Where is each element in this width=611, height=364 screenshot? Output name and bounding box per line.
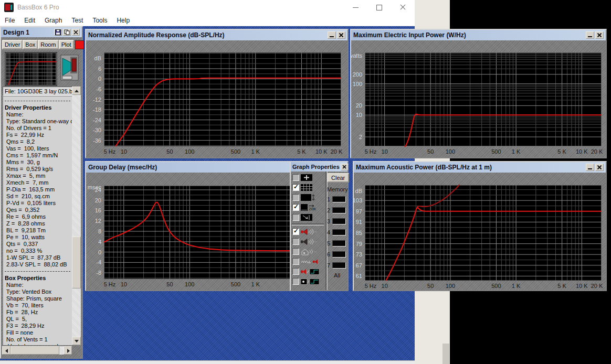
memory-all-label[interactable]: All: [327, 272, 347, 279]
svg-text:61: 61: [356, 273, 362, 279]
tab-room[interactable]: Room: [38, 40, 58, 49]
scroll-down-button[interactable]: [72, 337, 81, 345]
vertical-scrollbar[interactable]: [72, 87, 81, 345]
minimize-button[interactable]: [344, 0, 367, 15]
checkbox-frequency-range-20k[interactable]: [292, 204, 299, 211]
checkbox-vent-signal[interactable]: [292, 278, 299, 285]
svg-text:67: 67: [356, 262, 362, 269]
memory-slot-4-swatch[interactable]: [332, 229, 346, 235]
svg-text:6: 6: [98, 66, 101, 72]
speaker-cutaway-icon: [60, 52, 81, 85]
window-normalized-amplitude: Normalized Amplitude Response (dB-SPL/Hz…: [85, 29, 349, 158]
menu-item-help[interactable]: Help: [112, 17, 134, 24]
memory-row: 2: [327, 205, 347, 216]
close-button[interactable]: [337, 31, 345, 39]
checkbox-room-response[interactable]: [292, 248, 299, 255]
window-max-electric-input-power: Maximum Electric Input Power (W/Hz) 2001…: [350, 29, 607, 158]
minimize-icon: [588, 168, 592, 169]
chart-max-electric-input-power[interactable]: 20010020102watts5 Hz10501005001 K5 K10 K…: [351, 40, 606, 157]
svg-text:500: 500: [231, 148, 240, 155]
close-button[interactable]: [391, 0, 415, 15]
memory-slot-6-swatch[interactable]: [332, 251, 346, 258]
checkbox-amplitude-scale[interactable]: [292, 194, 299, 201]
minimize-button[interactable]: [586, 31, 594, 39]
app-titlebar[interactable]: BassBox 6 Pro: [0, 0, 415, 15]
checkbox-filter-network[interactable]: [292, 258, 299, 265]
save-button[interactable]: [54, 29, 62, 36]
tab-driver[interactable]: Driver: [2, 40, 23, 49]
svg-text:5 Hz: 5 Hz: [104, 281, 116, 287]
copy-button[interactable]: [63, 29, 71, 36]
window-titlebar[interactable]: Maximum Acoustic Power (dB-SPL/Hz at 1 m…: [354, 162, 606, 173]
minimize-button[interactable]: [586, 164, 594, 171]
menu-item-test[interactable]: Test: [67, 17, 88, 24]
svg-text:dB: dB: [94, 55, 101, 61]
scroll-left-button[interactable]: [2, 346, 10, 355]
tab-plot[interactable]: Plot: [59, 40, 74, 49]
property-line: Qts = 0,337: [5, 241, 73, 248]
graph-properties-body: 20K Clear Memory 1234567 All: [291, 172, 347, 290]
clear-button[interactable]: Clear: [327, 173, 349, 183]
svg-text:-6: -6: [96, 86, 101, 92]
maximize-button[interactable]: [367, 0, 391, 15]
panel-close-button[interactable]: [72, 29, 80, 36]
menu-item-tools[interactable]: Tools: [88, 17, 112, 24]
graph-option-row: [291, 276, 324, 286]
memory-slot-7-swatch[interactable]: [332, 262, 346, 269]
property-line: Name:: [5, 111, 73, 118]
minimize-button[interactable]: [328, 31, 336, 39]
property-line: Fb = 28, Hz: [5, 309, 73, 316]
checkbox-auto-scale[interactable]: [292, 214, 299, 221]
property-line: No. of Drivers = 1: [5, 125, 73, 132]
window-titlebar[interactable]: Maximum Electric Input Power (W/Hz): [351, 30, 606, 40]
svg-text:200: 200: [353, 71, 362, 78]
tab-box[interactable]: Box: [23, 40, 38, 49]
plot-preview-thumbnail[interactable]: [5, 52, 57, 86]
scrollbar-thumb[interactable]: [10, 346, 59, 355]
memory-slot-5-swatch[interactable]: [332, 240, 346, 247]
svg-text:20: 20: [95, 197, 101, 204]
chart-normalized-amplitude[interactable]: 60-6-12-18-24-30-36dB5 Hz10501005001 K5 …: [86, 40, 347, 157]
property-line: Vb = 70, liters: [5, 302, 73, 309]
property-line: Cms = 1,597 mm/N: [5, 152, 73, 159]
menu-item-file[interactable]: File: [0, 17, 19, 24]
plot-color-swatch[interactable]: [75, 40, 84, 49]
design-panel-titlebar[interactable]: Design 1: [1, 27, 82, 37]
scroll-right-button[interactable]: [64, 346, 72, 355]
horizontal-scrollbar[interactable]: [2, 346, 72, 355]
design-tabs: Driver Box Room Plot: [2, 38, 81, 51]
svg-text:91: 91: [356, 219, 362, 225]
checkbox-passive-radiator-output[interactable]: [292, 238, 299, 245]
svg-text:50: 50: [166, 148, 173, 155]
property-heading: Box Properties: [5, 275, 73, 282]
design-panel-title: Design 1: [3, 29, 53, 36]
auto-scale-icon: [301, 214, 312, 221]
scroll-up-button[interactable]: [72, 87, 81, 95]
driver-signal-icon: [301, 268, 320, 275]
menu-item-edit[interactable]: Edit: [19, 17, 40, 24]
checkbox-crosshair[interactable]: [292, 174, 299, 181]
vent-signal-icon: [301, 278, 320, 285]
close-button[interactable]: [595, 31, 604, 39]
file-selector[interactable]: File: 10GD30E 3 lay 025.bb6: [3, 87, 73, 96]
property-line: Xmech = 7, mm: [5, 179, 73, 186]
svg-text:0: 0: [98, 249, 101, 255]
chart-max-acoustic-power[interactable]: 10397918579736761dB5 Hz10501005001 K5 K1…: [354, 173, 606, 290]
close-button[interactable]: [595, 164, 604, 171]
memory-slot-1-swatch[interactable]: [332, 196, 346, 202]
memory-slot-2-swatch[interactable]: [332, 207, 346, 213]
menu-item-graph[interactable]: Graph: [40, 17, 67, 24]
window-titlebar[interactable]: Normalized Amplitude Response (dB-SPL/Hz…: [86, 30, 347, 40]
scrollbar-thumb[interactable]: [72, 237, 81, 288]
graph-properties-titlebar[interactable]: Graph Properties: [291, 162, 347, 172]
graph-option-row: [291, 266, 324, 276]
checkbox-driver-signal[interactable]: [292, 268, 299, 275]
svg-text:100: 100: [185, 281, 194, 287]
svg-text:5 K: 5 K: [297, 148, 306, 155]
checkbox-driver-output[interactable]: [292, 228, 299, 235]
minimize-icon: [330, 36, 334, 37]
close-button[interactable]: [341, 164, 349, 170]
checkbox-grid[interactable]: [292, 184, 299, 191]
window-title: Maximum Acoustic Power (dB-SPL/Hz at 1 m…: [356, 164, 585, 171]
memory-slot-3-swatch[interactable]: [332, 218, 346, 224]
